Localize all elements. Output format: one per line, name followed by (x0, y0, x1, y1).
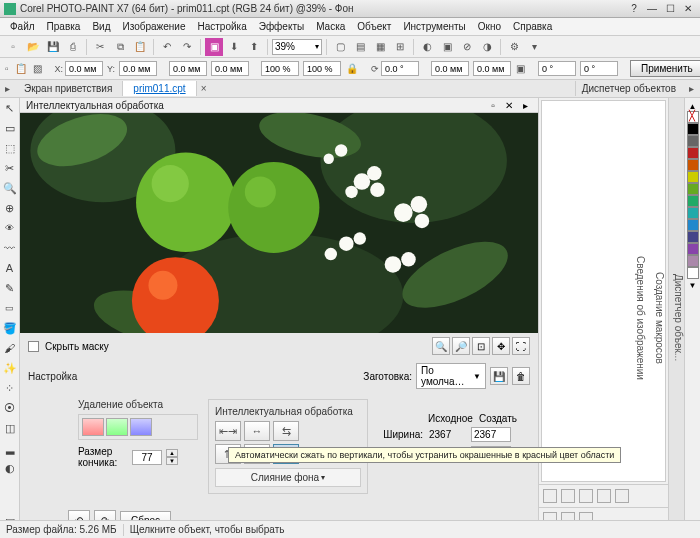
auto-h-button[interactable]: ⇆ (273, 421, 299, 441)
menu-mask[interactable]: Маска (310, 19, 351, 34)
pan-icon[interactable]: ✥ (492, 337, 510, 355)
tab-document[interactable]: prim011.cpt (123, 81, 196, 96)
undo-icon[interactable]: ↶ (158, 38, 176, 56)
new-icon[interactable]: ▫ (4, 38, 22, 56)
clone-tool-icon[interactable]: ⊕ (2, 200, 18, 216)
rectangle-tool-icon[interactable]: ▭ (2, 300, 18, 316)
image-sprayer-icon[interactable]: ⁘ (2, 380, 18, 396)
new-object-icon[interactable] (543, 489, 557, 503)
relative-icon[interactable]: ▣ (515, 60, 526, 78)
height-value[interactable]: 0.0 мм (211, 61, 249, 76)
eraser-tool-icon[interactable]: ◫ (2, 420, 18, 436)
delete-object-icon[interactable] (597, 489, 611, 503)
copy-icon[interactable]: ⧉ (111, 38, 129, 56)
color-swatch[interactable] (687, 171, 699, 183)
close-icon[interactable]: ✕ (680, 2, 696, 16)
menu-adjust[interactable]: Настройка (191, 19, 252, 34)
delete-preset-icon[interactable]: 🗑 (512, 367, 530, 385)
protect-brush-button[interactable] (106, 418, 128, 436)
redeye-tool-icon[interactable]: 👁 (2, 220, 18, 236)
color-swatch[interactable] (687, 183, 699, 195)
effect-tool-icon[interactable]: ✨ (2, 360, 18, 376)
crop-tool-icon[interactable]: ✂ (2, 160, 18, 176)
menu-help[interactable]: Справка (507, 19, 558, 34)
menu-view[interactable]: Вид (86, 19, 116, 34)
open-icon[interactable]: 📂 (24, 38, 42, 56)
mask-icon[interactable]: ◐ (418, 38, 436, 56)
eyedropper-tool-icon[interactable]: ⦿ (2, 400, 18, 416)
color-swatch[interactable] (687, 159, 699, 171)
color-swatch[interactable] (687, 219, 699, 231)
color-swatch[interactable] (687, 231, 699, 243)
import-icon[interactable]: ⬇ (225, 38, 243, 56)
dialog-restore-icon[interactable]: ▫ (486, 98, 500, 112)
dx-value[interactable]: 0.0 мм (431, 61, 469, 76)
save-preset-icon[interactable]: 💾 (490, 367, 508, 385)
clipboard-icon[interactable]: 📋 (14, 60, 28, 78)
dialog-close-icon[interactable]: ✕ (502, 98, 516, 112)
menu-window[interactable]: Окно (472, 19, 507, 34)
actual-size-icon[interactable]: ⛶ (512, 337, 530, 355)
remove-brush-button[interactable] (82, 418, 104, 436)
help-icon[interactable]: ? (626, 2, 642, 16)
color-swatch[interactable] (687, 123, 699, 135)
group-icon[interactable] (615, 489, 629, 503)
shadow-tool-icon[interactable]: ▂ (2, 440, 18, 456)
redo-icon[interactable]: ↷ (178, 38, 196, 56)
side-tab-info[interactable]: Сведения об изображении (635, 256, 646, 380)
options-icon[interactable]: ⚙ (505, 38, 523, 56)
color-swatch[interactable] (687, 255, 699, 267)
color-swatch[interactable] (687, 207, 699, 219)
print-icon[interactable]: ⎙ (64, 38, 82, 56)
palette-down-icon[interactable]: ▼ (689, 281, 697, 290)
menu-tools[interactable]: Инструменты (397, 19, 471, 34)
preset-combo[interactable]: По умолча…▼ (416, 363, 486, 389)
scaley-value[interactable]: 100 % (303, 61, 341, 76)
menu-edit[interactable]: Правка (41, 19, 87, 34)
scalex-value[interactable]: 100 % (261, 61, 299, 76)
export-icon[interactable]: ⬆ (245, 38, 263, 56)
mask-rect-tool-icon[interactable]: ▭ (2, 120, 18, 136)
clear-mask-icon[interactable]: ⊘ (458, 38, 476, 56)
save-icon[interactable]: 💾 (44, 38, 62, 56)
zoom-in-icon[interactable]: 🔍 (432, 337, 450, 355)
mask-transform-icon[interactable]: ⬚ (2, 140, 18, 156)
width-create-input[interactable]: 2367 (471, 427, 511, 442)
menu-file[interactable]: Файл (4, 19, 41, 34)
menu-image[interactable]: Изображение (116, 19, 191, 34)
tab-welcome[interactable]: Экран приветствия (14, 81, 123, 96)
launcher-icon[interactable]: ▣ (205, 38, 223, 56)
color-swatch[interactable] (687, 135, 699, 147)
width-value[interactable]: 0.0 мм (169, 61, 207, 76)
apply-button[interactable]: Применить (630, 60, 700, 77)
dy-value[interactable]: 0.0 мм (473, 61, 511, 76)
zoom-tool-icon[interactable]: 🔍 (2, 180, 18, 196)
background-icon[interactable]: ▨ (32, 60, 43, 78)
cut-icon[interactable]: ✂ (91, 38, 109, 56)
side-tab-objects[interactable]: Диспетчер объек... (673, 274, 684, 361)
new-doc-icon[interactable]: ▫ (4, 60, 10, 78)
color-swatch[interactable] (687, 195, 699, 207)
skewx-value[interactable]: 0 ° (538, 61, 576, 76)
x-value[interactable]: 0.0 мм (65, 61, 103, 76)
angle-value[interactable]: 0.0 ° (381, 61, 419, 76)
side-tab-macros[interactable]: Создание макросов (654, 272, 665, 364)
erase-brush-button[interactable] (130, 418, 152, 436)
bg-blend-combo[interactable]: Слияние фона▾ (215, 468, 361, 487)
new-lens-icon[interactable] (561, 489, 575, 503)
pick-tool-icon[interactable]: ↖ (2, 100, 18, 116)
app-launcher-icon[interactable]: ▾ (525, 38, 543, 56)
contract-h-button[interactable]: ⇤⇥ (215, 421, 241, 441)
size-up-icon[interactable]: ▲ (166, 449, 178, 457)
rulers-icon[interactable]: ▤ (351, 38, 369, 56)
text-tool-icon[interactable]: A (2, 260, 18, 276)
fill-tool-icon[interactable]: 🪣 (2, 320, 18, 336)
combine-icon[interactable] (579, 489, 593, 503)
grid-icon[interactable]: ▦ (371, 38, 389, 56)
docker-menu-icon[interactable]: ▸ (682, 80, 700, 98)
dialog-menu-icon[interactable]: ▸ (518, 98, 532, 112)
tab-close-icon[interactable]: × (197, 80, 211, 98)
invert-mask-icon[interactable]: ◑ (478, 38, 496, 56)
expand-h-button[interactable]: ↔ (244, 421, 270, 441)
tab-menu-icon[interactable]: ▸ (0, 80, 14, 98)
